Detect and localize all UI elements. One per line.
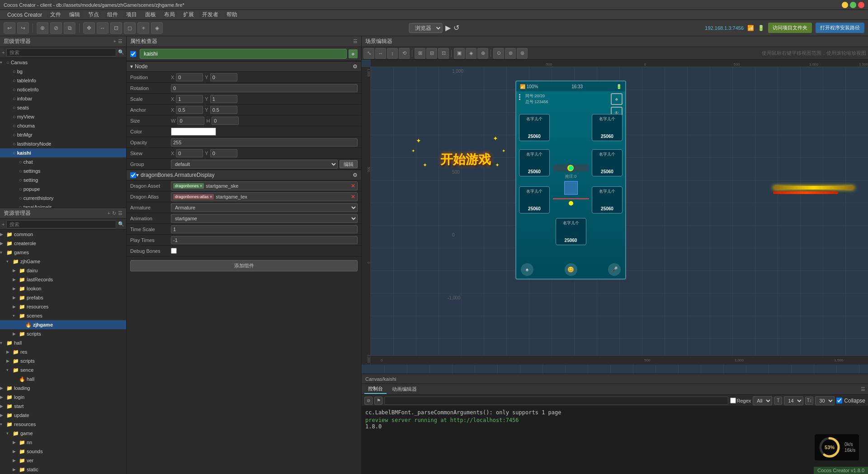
- hierarchy-item-btnMgr[interactable]: ○ btnMgr: [0, 130, 126, 139]
- assets-create-btn[interactable]: +: [2, 222, 5, 227]
- skew-y-input[interactable]: [210, 149, 237, 157]
- menu-developer[interactable]: 开发者: [198, 10, 222, 19]
- hierarchy-add-btn[interactable]: +: [2, 50, 5, 55]
- node-section-gear[interactable]: ⚙: [353, 63, 358, 70]
- console-text-size-btn[interactable]: T↕: [805, 397, 813, 405]
- hierarchy-item-seats[interactable]: ○ seats: [0, 103, 126, 112]
- scene-editor-canvas[interactable]: -500 0 500 1,000 1,500 1,000 500 0 -1,00…: [362, 60, 868, 374]
- hierarchy-item-currenthistory[interactable]: ○ currenthistory: [0, 194, 126, 203]
- hierarchy-item-kaishi[interactable]: ○ kaishi: [0, 148, 126, 157]
- console-tab-1[interactable]: 控制台: [364, 384, 387, 394]
- skew-x-input[interactable]: [176, 149, 203, 157]
- browser-select[interactable]: 浏览器: [409, 23, 443, 33]
- phone-spade-btn[interactable]: ♠: [521, 263, 533, 276]
- toolbar-btn-6[interactable]: ✥: [83, 22, 95, 34]
- console-regex-checkbox[interactable]: [730, 398, 736, 403]
- asset-item-resources[interactable]: ▾ 📁 resources: [0, 420, 126, 429]
- asset-item-scripts[interactable]: ▶ 📁 scripts: [0, 329, 126, 338]
- properties-menu-icon[interactable]: ☰: [353, 38, 358, 44]
- hierarchy-item-chat[interactable]: ○ chat: [0, 157, 126, 166]
- asset-item-lookon[interactable]: ▶ 📁 lookon: [0, 284, 126, 293]
- scene-tool-12[interactable]: ⊚: [505, 48, 516, 59]
- armature-select[interactable]: Armature: [171, 203, 358, 212]
- hierarchy-item-popupe[interactable]: ○ popupe: [0, 185, 126, 194]
- asset-item-dairu[interactable]: ▶ 📁 dairu: [0, 266, 126, 275]
- asset-item-sounds[interactable]: ▶ 📁 sounds: [0, 447, 126, 456]
- toolbar-btn-5[interactable]: ⧉: [64, 22, 75, 34]
- phone-top-right-btn[interactable]: ♠: [611, 93, 623, 105]
- hierarchy-item-lasthistoryNode[interactable]: ○ lasthistoryNode: [0, 139, 126, 148]
- phone-menu-btn[interactable]: [519, 93, 520, 101]
- asset-item-scripts[interactable]: ▶ 📁 scripts: [0, 356, 126, 365]
- menu-edit[interactable]: 编辑: [66, 10, 84, 19]
- console-filter-btn-1[interactable]: ⊘: [364, 397, 373, 405]
- dragon-asset-clear[interactable]: ✕: [351, 183, 355, 189]
- menu-cocos-creator[interactable]: Cocos Creator: [4, 11, 46, 19]
- hierarchy-item-chouma[interactable]: ○ chouma: [0, 121, 126, 130]
- menu-panel[interactable]: 面板: [142, 10, 160, 19]
- scene-tool-3[interactable]: ↕: [387, 48, 398, 59]
- console-menu-icon[interactable]: ☰: [861, 386, 865, 392]
- menu-extend[interactable]: 扩展: [179, 10, 198, 19]
- asset-item-games[interactable]: ▾ 📁 games: [0, 248, 126, 257]
- scene-tool-13[interactable]: ⊛: [517, 48, 528, 59]
- asset-item-ver[interactable]: ▶ 📁 ver: [0, 456, 126, 465]
- menu-help[interactable]: 帮助: [223, 10, 241, 19]
- asset-item-zjhgame[interactable]: 🔥 zjhgame: [0, 320, 126, 329]
- menu-file[interactable]: 文件: [47, 10, 65, 19]
- scene-tool-4[interactable]: ⟲: [399, 48, 410, 59]
- assets-tree[interactable]: ▶ 📁 common ▶ 📁 createrole ▾ 📁 games ▾ 📁 …: [0, 230, 126, 474]
- toolbar-btn-3[interactable]: ⊕: [37, 22, 48, 34]
- asset-item-static[interactable]: ▶ 📁 static: [0, 465, 126, 474]
- node-add-button[interactable]: +: [349, 49, 358, 58]
- asset-item-lastRecords[interactable]: ▶ 📁 lastRecords: [0, 275, 126, 284]
- console-font-size-select[interactable]: 14: [784, 396, 803, 405]
- asset-item-loading[interactable]: ▶ 📁 loading: [0, 384, 126, 393]
- asset-item-createrole[interactable]: ▶ 📁 createrole: [0, 239, 126, 248]
- asset-item-hall[interactable]: ▾ 📁 hall: [0, 338, 126, 347]
- asset-item-prefabs[interactable]: ▶ 📁 prefabs: [0, 293, 126, 302]
- toolbar-btn-9[interactable]: ◻: [124, 22, 136, 34]
- opacity-input[interactable]: [171, 138, 358, 147]
- console-filter-btn-2[interactable]: ⚑: [374, 397, 382, 405]
- menu-component[interactable]: 组件: [104, 10, 122, 19]
- collapse-checkbox[interactable]: [836, 398, 842, 403]
- play-button[interactable]: ▶: [445, 24, 451, 32]
- hierarchy-item-noticeInfo[interactable]: ○ noticeInfo: [0, 85, 126, 94]
- toolbar-btn-10[interactable]: ⌖: [137, 22, 149, 34]
- add-component-button[interactable]: 添加组件: [130, 260, 358, 271]
- scene-tool-2[interactable]: ↔: [375, 48, 386, 59]
- assets-menu-icon[interactable]: ☰: [118, 210, 123, 216]
- hierarchy-item-myView[interactable]: ○ myView: [0, 112, 126, 121]
- menu-layout[interactable]: 布局: [160, 10, 179, 19]
- asset-item-game[interactable]: ▾ 📁 game: [0, 429, 126, 438]
- scene-tool-5[interactable]: ⊞: [415, 48, 425, 59]
- rotation-input[interactable]: [171, 84, 358, 92]
- play-times-input[interactable]: [171, 236, 358, 244]
- scene-grid[interactable]: 📶 100% 16:33 🔋: [371, 67, 868, 365]
- asset-item-nn[interactable]: ▶ 📁 nn: [0, 438, 126, 447]
- size-w-input[interactable]: [177, 117, 204, 125]
- console-content[interactable]: cc.LabelBMFont._parseCommonArguments(): …: [362, 407, 868, 474]
- asset-item-sence[interactable]: ▾ 📁 sence: [0, 365, 126, 374]
- phone-smiley-btn[interactable]: 😊: [565, 263, 577, 276]
- scene-tool-1[interactable]: ⤡: [363, 48, 374, 59]
- console-size-select[interactable]: 30: [815, 396, 835, 405]
- open-folder-button[interactable]: 访问项目文件夹: [768, 23, 812, 33]
- animation-select[interactable]: startgame: [171, 214, 358, 223]
- hierarchy-item-bg[interactable]: ○ bg: [0, 67, 126, 76]
- asset-item-common[interactable]: ▶ 📁 common: [0, 230, 126, 239]
- console-all-select[interactable]: All: [753, 396, 772, 405]
- group-select[interactable]: default: [171, 160, 338, 169]
- hierarchy-menu-icon[interactable]: ☰: [118, 38, 123, 44]
- asset-item-hall[interactable]: 🔥 hall: [0, 374, 126, 384]
- hierarchy-item-Canvas[interactable]: ▾ ○ Canvas: [0, 58, 126, 67]
- scene-tool-9[interactable]: ◈: [466, 48, 476, 59]
- toolbar-btn-7[interactable]: ↔: [97, 22, 108, 34]
- menu-project[interactable]: 项目: [123, 10, 141, 19]
- group-edit-button[interactable]: 编辑: [340, 160, 358, 168]
- hierarchy-item-settings[interactable]: ○ settings: [0, 166, 126, 175]
- close-button[interactable]: ✕: [858, 2, 864, 8]
- asset-item-login[interactable]: ▶ 📁 login: [0, 393, 126, 402]
- hierarchy-item-setting[interactable]: ○ setting: [0, 175, 126, 185]
